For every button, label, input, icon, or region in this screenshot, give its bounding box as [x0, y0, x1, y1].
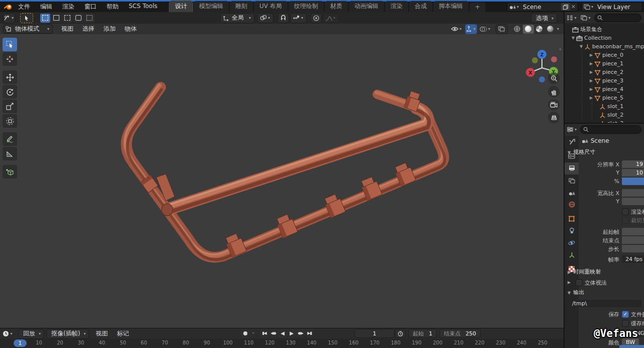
expand-arrow-icon[interactable]: ▶ — [589, 61, 594, 66]
outliner-row-piece_0[interactable]: ▶piece_0 — [565, 51, 644, 59]
resolution-percent-slider[interactable] — [622, 178, 644, 185]
outliner-row-Collection[interactable]: ▼Collection — [565, 34, 644, 42]
tool-transform[interactable] — [3, 114, 17, 128]
snap-toggle-button[interactable] — [278, 13, 289, 23]
play-button[interactable]: ▶ — [287, 329, 296, 337]
new-scene-button[interactable] — [561, 3, 570, 11]
workspace-tab-动画编辑[interactable]: 动画编辑 — [349, 1, 384, 12]
beaconbar-3d-model[interactable] — [0, 24, 564, 328]
workspace-tab-模型编辑[interactable]: 模型编辑 — [194, 1, 229, 12]
fps-field[interactable]: 24 fps — [622, 255, 644, 263]
file-ext-checkbox[interactable]: ✓ — [622, 311, 629, 318]
resolution-x-field[interactable]: 19 — [622, 160, 644, 168]
workspace-tab-+[interactable]: + — [470, 3, 486, 12]
outliner-row-piece_1[interactable]: ▶piece_1 — [565, 59, 644, 68]
proportional-edit-toggle[interactable] — [311, 13, 322, 23]
tool-annotate[interactable] — [3, 132, 17, 146]
workspace-tab-纹理绘制[interactable]: 纹理绘制 — [289, 1, 324, 12]
shading-solid-button[interactable] — [523, 25, 534, 34]
color-depth-segment[interactable] — [619, 345, 644, 348]
properties-editor-type-button[interactable]: ▾ — [566, 124, 578, 134]
menubar-menu-窗口[interactable]: 窗口 — [79, 3, 102, 11]
outliner-search-input[interactable] — [594, 14, 641, 22]
axis-neg-x-ball[interactable] — [551, 56, 557, 62]
expand-arrow-icon[interactable]: ▼ — [571, 36, 576, 40]
frame-end-input[interactable]: 结束点250 — [439, 329, 481, 338]
timeline-popover-抠像(插帧)[interactable]: 抠像(插帧)▾ — [46, 329, 89, 339]
auto-keying-button[interactable] — [241, 329, 249, 337]
scene-selector[interactable]: ▾ Scene ✕ — [507, 2, 578, 12]
workspace-tab-材质[interactable]: 材质 — [325, 1, 348, 12]
expand-arrow-icon[interactable]: ▶ — [589, 96, 594, 100]
time-remap-panel-header[interactable]: ▶时间重映射 — [568, 268, 601, 276]
menubar-menu-渲染[interactable]: 渲染 — [57, 3, 79, 11]
viewport-menu-视图[interactable]: 视图 — [57, 25, 78, 33]
playhead-current-frame[interactable]: 1 — [14, 339, 27, 347]
workspace-tab-合成[interactable]: 合成 — [409, 1, 432, 12]
select-mode-extend-button[interactable] — [51, 14, 61, 23]
outliner-item-label[interactable]: piece_1 — [602, 60, 623, 67]
viewport-menu-添加[interactable]: 添加 — [99, 25, 120, 33]
select-mode-subtract-button[interactable] — [62, 14, 72, 23]
editor-type-button[interactable]: ▾ — [3, 13, 15, 23]
shading-material-button[interactable] — [534, 25, 545, 34]
outliner-editor-type-button[interactable]: ▾ — [566, 13, 578, 23]
use-preview-range-button[interactable] — [395, 329, 406, 338]
menubar-menu-编辑[interactable]: 编辑 — [35, 3, 57, 11]
expand-arrow-icon[interactable]: ▶ — [589, 53, 594, 57]
resolution-y-field[interactable]: 10 — [622, 169, 644, 177]
shading-wireframe-button[interactable] — [512, 25, 523, 34]
aspect-y-field[interactable] — [622, 198, 644, 205]
outliner-row-piece_3[interactable]: ▶piece_3 — [565, 76, 644, 85]
outliner-row-piece_4[interactable]: ▶piece_4 — [565, 85, 644, 94]
frame-step-field[interactable] — [622, 245, 644, 252]
outliner-item-label[interactable]: slot_2 — [607, 112, 623, 118]
menubar-menu-文件[interactable]: 文件 — [13, 3, 35, 11]
viewport-pan-button[interactable] — [548, 86, 560, 98]
stereoscopy-checkbox[interactable] — [576, 279, 583, 286]
outliner-row-slot_1[interactable]: slot_1 — [565, 102, 644, 111]
workspace-tab-渲染[interactable]: 渲染 — [385, 1, 408, 12]
properties-search-input[interactable] — [580, 125, 641, 134]
viewport-menu-物体[interactable]: 物体 — [120, 25, 141, 33]
transform-orientation-dropdown[interactable]: 全局 ▾ — [220, 13, 254, 23]
previous-keyframe-button[interactable]: ◀◆ — [269, 329, 278, 337]
next-keyframe-button[interactable]: ◆▶ — [296, 329, 305, 337]
aspect-x-field[interactable] — [622, 189, 644, 197]
outliner-row-场景集合[interactable]: 场景集合 — [565, 25, 644, 34]
workspace-tab-设计[interactable]: 设计 — [169, 1, 193, 12]
outliner-row-beaconbar_ms_mp3[interactable]: ▼beaconbar_ms_mp3 — [565, 42, 644, 51]
breadcrumb[interactable]: Scene — [591, 137, 609, 144]
select-mode-new-button[interactable] — [40, 14, 50, 23]
outliner-row-slot_2[interactable]: slot_2 — [565, 111, 644, 119]
timeline-editor-type-button[interactable]: ▾ — [2, 329, 14, 339]
editor-splitter[interactable] — [564, 12, 565, 348]
workspace-tab-UV 布局[interactable]: UV 布局 — [254, 1, 288, 12]
timeline-menu-视图[interactable]: 视图 — [91, 329, 112, 338]
tool-add-cube[interactable] — [3, 165, 17, 179]
outliner-row-piece_5[interactable]: ▶piece_5 — [565, 94, 644, 102]
outliner-row-piece_2[interactable]: ▶piece_2 — [565, 68, 644, 76]
format-panel-header[interactable]: ▼规格尺寸 — [568, 148, 595, 156]
viewport-menu-选择[interactable]: 选择 — [78, 25, 99, 33]
show-gizmo-toggle[interactable]: ▾ — [465, 24, 477, 34]
timeline-menu-标记[interactable]: 标记 — [112, 329, 133, 338]
view-layer-selector[interactable]: ▾ View Layer — [581, 2, 642, 12]
outliner-item-label[interactable]: 场景集合 — [580, 26, 602, 33]
active-tool-button[interactable] — [20, 13, 33, 23]
outliner-item-label[interactable]: piece_0 — [602, 52, 623, 58]
show-overlays-toggle[interactable]: ▾ — [479, 24, 492, 34]
tool-move[interactable] — [3, 70, 17, 84]
output-path-field[interactable]: /tmp\ — [569, 300, 641, 307]
select-mode-intersect-button[interactable] — [84, 14, 95, 23]
blender-logo-icon[interactable] — [3, 3, 13, 11]
outliner-item-label[interactable]: Collection — [584, 35, 611, 41]
viewport-camera-button[interactable] — [548, 99, 560, 111]
outliner-item-label[interactable]: piece_2 — [602, 69, 623, 75]
workspace-tab-脚本编辑[interactable]: 脚本编辑 — [433, 1, 469, 12]
pivot-point-dropdown[interactable]: ▾ — [257, 13, 273, 23]
outliner-row-slot_3[interactable]: slot_3 — [565, 119, 644, 123]
axis-neg-y-ball[interactable] — [532, 57, 538, 63]
outliner-item-label[interactable]: slot_1 — [607, 103, 623, 110]
tool-rotate[interactable] — [3, 85, 17, 99]
